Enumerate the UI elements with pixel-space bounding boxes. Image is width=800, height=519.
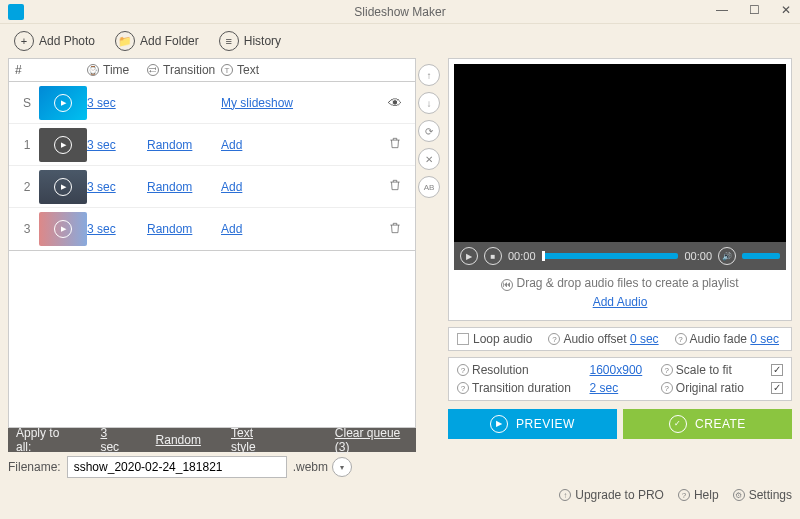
rotate-button[interactable]: ⟳: [418, 120, 440, 142]
time-link[interactable]: 3 sec: [87, 222, 116, 236]
playback-controls: ▶ ■ 00:00 00:00 🔊: [454, 242, 786, 270]
minimize-button[interactable]: —: [712, 0, 732, 20]
time-link[interactable]: 3 sec: [87, 96, 116, 110]
create-button[interactable]: ✓ CREATE: [623, 409, 792, 439]
delete-icon[interactable]: [388, 178, 402, 192]
slide-thumbnail[interactable]: ▶: [39, 212, 87, 246]
app-logo-icon: [8, 4, 24, 20]
time-link[interactable]: 3 sec: [87, 138, 116, 152]
slide-list: S▶3 secMy slideshow👁1▶3 secRandomAdd2▶3 …: [8, 82, 416, 251]
play-icon: ▶: [490, 415, 508, 433]
move-up-button[interactable]: ↑: [418, 64, 440, 86]
shuffle-button[interactable]: ✕: [418, 148, 440, 170]
resolution-link[interactable]: 1600x900: [590, 363, 651, 377]
original-ratio-checkbox[interactable]: ✓: [771, 382, 783, 394]
transition-duration-link[interactable]: 2 sec: [590, 381, 651, 395]
slide-index: 3: [15, 222, 39, 236]
seek-bar[interactable]: [542, 253, 679, 259]
maximize-button[interactable]: ☐: [744, 0, 764, 20]
slide-thumbnail[interactable]: ▶: [39, 128, 87, 162]
text-icon: T: [221, 64, 233, 76]
apply-label: Apply to all:: [16, 426, 70, 454]
slide-index: 1: [15, 138, 39, 152]
slide-thumbnail[interactable]: ▶: [39, 86, 87, 120]
play-icon: ▶: [54, 136, 72, 154]
empty-list-area: [8, 251, 416, 428]
slide-row[interactable]: 1▶3 secRandomAdd: [9, 124, 415, 166]
slide-row[interactable]: 2▶3 secRandomAdd: [9, 166, 415, 208]
gear-icon: ⚙: [733, 489, 745, 501]
play-icon: ▶: [54, 220, 72, 238]
title-bar: Slideshow Maker — ☐ ✕: [0, 0, 800, 24]
scale-to-fit-checkbox[interactable]: ✓: [771, 364, 783, 376]
add-audio-link[interactable]: Add Audio: [593, 295, 648, 309]
extension-dropdown[interactable]: ▾: [332, 457, 352, 477]
close-button[interactable]: ✕: [776, 0, 796, 20]
help-icon[interactable]: ?: [457, 364, 469, 376]
check-icon: ✓: [669, 415, 687, 433]
time-link[interactable]: 3 sec: [87, 180, 116, 194]
volume-slider[interactable]: [742, 253, 780, 259]
audio-back-icon: ⏮: [501, 279, 513, 291]
window-title: Slideshow Maker: [354, 5, 445, 19]
history-button[interactable]: ≡ History: [211, 27, 289, 55]
output-settings: ?Resolution 1600x900 ?Scale to fit ✓ ?Tr…: [448, 357, 792, 401]
visibility-icon[interactable]: 👁: [388, 95, 402, 111]
move-down-button[interactable]: ↓: [418, 92, 440, 114]
clear-queue-link[interactable]: Clear queue (3): [335, 426, 408, 454]
filename-bar: Filename: .webm ▾: [0, 452, 800, 482]
play-button[interactable]: ▶: [460, 247, 478, 265]
filename-label: Filename:: [8, 460, 61, 474]
history-icon: ≡: [219, 31, 239, 51]
upgrade-pro-link[interactable]: ↑Upgrade to PRO: [559, 488, 664, 502]
preview-panel: ▶ ■ 00:00 00:00 🔊 ⏮ Drag & drop audio fi…: [448, 58, 792, 321]
add-folder-button[interactable]: 📁 Add Folder: [107, 27, 207, 55]
ab-button[interactable]: AB: [418, 176, 440, 198]
help-icon[interactable]: ?: [548, 333, 560, 345]
slide-thumbnail[interactable]: ▶: [39, 170, 87, 204]
transition-duration-label: Transition duration: [472, 381, 571, 395]
slide-index: 2: [15, 180, 39, 194]
delete-icon[interactable]: [388, 221, 402, 235]
apply-textstyle-link[interactable]: Text style: [231, 426, 275, 454]
clock-icon: ⌚: [87, 64, 99, 76]
text-link[interactable]: Add: [221, 222, 242, 236]
scale-to-fit-label: Scale to fit: [676, 363, 732, 377]
add-photo-label: Add Photo: [39, 34, 95, 48]
stop-button[interactable]: ■: [484, 247, 502, 265]
col-time: Time: [103, 63, 129, 77]
settings-link[interactable]: ⚙Settings: [733, 488, 792, 502]
text-link[interactable]: Add: [221, 138, 242, 152]
apply-time-link[interactable]: 3 sec: [100, 426, 125, 454]
audio-options: Loop audio ?Audio offset 0 sec ?Audio fa…: [448, 327, 792, 351]
col-text: Text: [237, 63, 259, 77]
help-icon[interactable]: ?: [661, 364, 673, 376]
transition-icon: ⮂: [147, 64, 159, 76]
delete-icon[interactable]: [388, 136, 402, 150]
audio-fade-link[interactable]: 0 sec: [750, 332, 779, 346]
help-icon: ?: [678, 489, 690, 501]
audio-drop-hint: ⏮ Drag & drop audio files to create a pl…: [454, 270, 786, 295]
preview-button[interactable]: ▶ PREVIEW: [448, 409, 617, 439]
add-photo-button[interactable]: + Add Photo: [6, 27, 103, 55]
text-link[interactable]: Add: [221, 180, 242, 194]
transition-link[interactable]: Random: [147, 138, 192, 152]
filename-input[interactable]: [67, 456, 287, 478]
transition-link[interactable]: Random: [147, 180, 192, 194]
slide-row[interactable]: S▶3 secMy slideshow👁: [9, 82, 415, 124]
help-icon[interactable]: ?: [675, 333, 687, 345]
transition-link[interactable]: Random: [147, 222, 192, 236]
apply-transition-link[interactable]: Random: [156, 433, 201, 447]
help-link[interactable]: ?Help: [678, 488, 719, 502]
mute-button[interactable]: 🔊: [718, 247, 736, 265]
slide-row[interactable]: 3▶3 secRandomAdd: [9, 208, 415, 250]
time-total: 00:00: [684, 250, 712, 262]
loop-audio-checkbox[interactable]: Loop audio: [457, 332, 532, 346]
help-icon[interactable]: ?: [661, 382, 673, 394]
text-link[interactable]: My slideshow: [221, 96, 293, 110]
help-icon[interactable]: ?: [457, 382, 469, 394]
resolution-label: Resolution: [472, 363, 529, 377]
audio-offset-link[interactable]: 0 sec: [630, 332, 659, 346]
audio-offset-label: Audio offset: [563, 332, 626, 346]
history-label: History: [244, 34, 281, 48]
